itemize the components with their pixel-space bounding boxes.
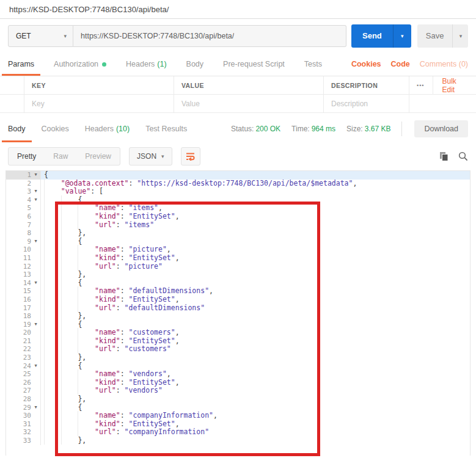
response-tab-test-results[interactable]: Test Results <box>145 115 187 142</box>
line-number: 33 <box>23 437 31 445</box>
copy-button[interactable] <box>439 151 449 161</box>
params-header-row: KEY VALUE DESCRIPTION ••• Bulk Edit <box>0 76 476 95</box>
send-split-button: Send ▾ <box>351 24 411 48</box>
line-number-gutter: 5 <box>6 204 41 213</box>
fold-toggle-icon[interactable]: ▼ <box>31 196 40 205</box>
response-cookies-label: Cookies <box>42 125 69 133</box>
save-button[interactable]: Save <box>417 24 453 48</box>
send-options-button[interactable]: ▾ <box>393 24 411 48</box>
fold-toggle-icon[interactable]: ▼ <box>31 171 40 180</box>
row-select-cell[interactable] <box>0 95 24 112</box>
url-input[interactable]: https://KSD-DESKTOP:7748/BC130/api/beta/ <box>73 25 346 47</box>
chevron-down-icon: ▾ <box>64 33 67 39</box>
fold-toggle-icon[interactable]: ▼ <box>31 187 40 196</box>
line-number-gutter: 24▼ <box>6 362 41 371</box>
request-title-bar: https://KSD-DESKTOP:7748/BC130/api/beta/ <box>0 0 476 19</box>
code-line-content: "kind": "EntitySet", <box>41 254 470 263</box>
code-line: 8 }, <box>6 229 470 238</box>
tab-tests[interactable]: Tests <box>304 53 322 76</box>
code-line-content: }, <box>41 271 470 279</box>
cookies-link[interactable]: Cookies <box>351 60 381 68</box>
line-number: 28 <box>23 395 31 404</box>
more-options-icon[interactable]: ••• <box>417 82 424 89</box>
fold-toggle-icon[interactable]: ▼ <box>31 362 40 371</box>
line-number: 25 <box>23 370 31 379</box>
line-number: 16 <box>23 296 31 304</box>
fold-toggle-icon[interactable]: ▼ <box>31 279 40 288</box>
tab-params[interactable]: Params <box>8 53 34 76</box>
code-line-content: { <box>41 238 470 246</box>
line-number: 18 <box>23 312 31 321</box>
description-input[interactable]: Description <box>324 95 409 112</box>
view-pretty-button[interactable]: Pretty <box>9 148 45 165</box>
save-options-button[interactable]: ▾ <box>452 24 468 48</box>
line-number-gutter: 25 <box>6 370 41 379</box>
tab-headers[interactable]: Headers (1) <box>126 53 167 76</box>
code-line: 22 "url": "customers" <box>6 345 470 354</box>
fold-toggle-icon[interactable]: ▼ <box>31 321 40 329</box>
line-number-gutter: 33 <box>6 437 41 445</box>
send-button[interactable]: Send <box>351 24 393 48</box>
code-line: 16 "kind": "EntitySet", <box>6 296 470 304</box>
line-number: 24 <box>23 362 31 371</box>
code-line: 26 "kind": "EntitySet", <box>6 379 470 387</box>
code-line-content: { <box>41 362 470 371</box>
code-line-content: "url": "companyInformation" <box>41 428 470 437</box>
code-line-content: "url": "customers" <box>41 345 470 354</box>
code-line: 25 "name": "vendors", <box>6 370 470 379</box>
code-line-content: "kind": "EntitySet", <box>41 337 470 346</box>
wrap-text-button[interactable] <box>181 147 200 165</box>
time-value: 964 ms <box>312 125 335 133</box>
response-tab-cookies[interactable]: Cookies <box>42 115 69 142</box>
line-number-gutter: 9▼ <box>6 238 41 246</box>
line-number-gutter: 19▼ <box>6 321 41 329</box>
method-select[interactable]: GET ▾ <box>8 25 73 47</box>
response-tab-body[interactable]: Body <box>8 115 26 142</box>
fold-toggle-icon[interactable]: ▼ <box>31 404 40 412</box>
fold-toggle-icon[interactable]: ▼ <box>31 238 40 246</box>
value-input[interactable]: Value <box>174 95 324 112</box>
response-tool-icons <box>439 151 468 161</box>
response-headers-label: Headers <box>85 125 114 133</box>
line-number-gutter: 28 <box>6 395 41 404</box>
view-raw-button[interactable]: Raw <box>45 148 76 165</box>
tab-body[interactable]: Body <box>186 53 204 76</box>
line-number-gutter: 21 <box>6 337 41 346</box>
line-number-gutter: 12 <box>6 263 41 271</box>
code-line: 14▼ { <box>6 279 470 288</box>
tab-prerequest-script[interactable]: Pre-request Script <box>223 53 285 76</box>
code-line-content: }, <box>41 395 470 404</box>
line-number-gutter: 13 <box>6 271 41 279</box>
line-number: 9 <box>27 238 31 246</box>
wrap-text-icon <box>186 152 196 161</box>
code-lines: 1▼{2 "@odata.context": "https://ksd-desk… <box>6 171 470 445</box>
code-line-content: { <box>41 321 470 329</box>
view-preview-button[interactable]: Preview <box>76 148 120 165</box>
code-link[interactable]: Code <box>391 60 410 68</box>
format-select[interactable]: JSON ▾ <box>129 147 172 165</box>
key-input[interactable]: Key <box>24 95 174 112</box>
search-button[interactable] <box>458 151 468 161</box>
tab-authorization[interactable]: Authorization <box>54 53 106 76</box>
code-line: 17 "url": "defaultDimensions" <box>6 304 470 313</box>
download-button[interactable]: Download <box>414 120 468 137</box>
code-line-content: "name": "picture", <box>41 245 470 254</box>
bulk-edit-link[interactable]: Bulk Edit <box>433 76 467 94</box>
code-line: 9▼ { <box>6 238 470 246</box>
line-number-gutter: 16 <box>6 296 41 304</box>
code-line-content: "url": "picture" <box>41 263 470 271</box>
response-tab-headers[interactable]: Headers (10) <box>85 115 130 142</box>
line-number-gutter: 14▼ <box>6 279 41 288</box>
line-number-gutter: 30 <box>6 412 41 420</box>
comments-link[interactable]: Comments (0) <box>420 60 468 68</box>
tab-prerequest-label: Pre-request Script <box>223 60 285 68</box>
code-line: 23 }, <box>6 354 470 362</box>
code-line-content: { <box>41 279 470 288</box>
view-mode-switch: Pretty Raw Preview <box>8 147 120 165</box>
line-number: 21 <box>23 337 31 346</box>
response-body-editor[interactable]: 1▼{2 "@odata.context": "https://ksd-desk… <box>5 170 471 456</box>
line-number-gutter: 10 <box>6 245 41 254</box>
line-number-gutter: 29▼ <box>6 404 41 412</box>
code-line-content: }, <box>41 229 470 238</box>
line-number-gutter: 31 <box>6 420 41 429</box>
